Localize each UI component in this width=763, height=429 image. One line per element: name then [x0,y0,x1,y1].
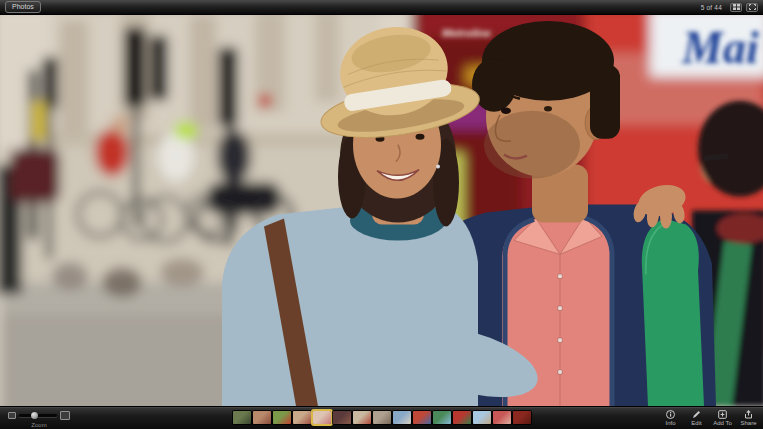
zoom-slider-thumb[interactable] [31,412,38,419]
filmstrip-thumb[interactable] [453,411,471,424]
filmstrip-thumb[interactable] [513,411,531,424]
zoom-label: Zoom [8,422,70,428]
grid-icon [733,4,740,10]
zoom-out-icon [8,412,16,419]
filmstrip-thumb[interactable] [353,411,371,424]
exit-fullscreen-button[interactable] [746,3,758,12]
zoom-control: Zoom [8,411,70,428]
share-icon [744,410,753,419]
filmstrip-thumb[interactable] [273,411,291,424]
filmstrip [233,411,531,424]
filmstrip-thumb[interactable] [333,411,351,424]
filmstrip-thumb[interactable] [413,411,431,424]
top-toolbar: Photos 5 of 44 [0,0,763,15]
filmstrip-thumb[interactable] [233,411,251,424]
zoom-slider[interactable] [19,414,57,417]
photos-back-button[interactable]: Photos [5,1,41,13]
exit-fullscreen-icon [749,4,756,10]
filmstrip-thumb[interactable] [373,411,391,424]
action-buttons: Info Edit Add To Share [660,410,759,426]
info-label: Info [665,420,675,426]
filmstrip-thumb[interactable] [393,411,411,424]
add-to-icon [718,410,727,419]
photo-content: Metroline Mai [0,15,763,406]
filmstrip-thumb[interactable] [433,411,451,424]
edit-pencil-icon [692,410,701,419]
filmstrip-thumb[interactable] [293,411,311,424]
add-to-label: Add To [713,420,732,426]
edit-button[interactable]: Edit [686,410,707,426]
filmstrip-thumb[interactable] [493,411,511,424]
add-to-button[interactable]: Add To [712,410,733,426]
share-button[interactable]: Share [738,410,759,426]
photo-counter: 5 of 44 [701,4,722,11]
photo-viewer[interactable]: Metroline Mai [0,15,763,406]
info-icon [666,410,675,419]
zoom-in-icon [60,411,70,420]
topbar-right-group: 5 of 44 [701,3,758,12]
bus-sign-text: Metroline [442,27,491,39]
photos-app-window: Photos 5 of 44 [0,0,763,429]
bottom-toolbar: Zoom Info Edit [0,406,763,429]
share-label: Share [740,420,756,426]
info-button[interactable]: Info [660,410,681,426]
thumbnail-grid-button[interactable] [730,3,742,12]
filmstrip-thumb[interactable] [253,411,271,424]
edit-label: Edit [691,420,701,426]
building-sign-text: Mai [681,22,759,73]
filmstrip-thumb[interactable] [473,411,491,424]
filmstrip-thumb-selected[interactable] [313,411,331,424]
